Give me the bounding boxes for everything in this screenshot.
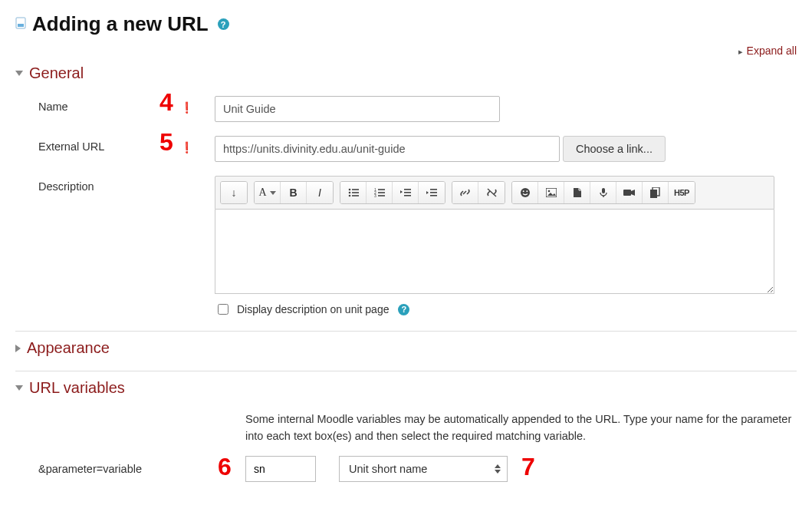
- select-arrows-icon: [495, 464, 501, 474]
- url-resource-icon: [15, 17, 26, 31]
- external-url-input[interactable]: [215, 136, 560, 162]
- svg-point-2: [348, 189, 350, 191]
- section-general-header[interactable]: General: [15, 64, 797, 82]
- section-url-variables-title: URL variables: [29, 379, 125, 397]
- caret-down-icon: [15, 385, 23, 391]
- svg-rect-7: [352, 195, 359, 196]
- outdent-icon[interactable]: [393, 182, 419, 203]
- display-description-checkbox[interactable]: [218, 304, 228, 315]
- font-style-icon[interactable]: A: [255, 182, 281, 203]
- svg-rect-33: [650, 190, 657, 198]
- svg-marker-28: [547, 193, 556, 196]
- svg-point-6: [348, 195, 350, 197]
- svg-point-23: [521, 188, 530, 197]
- caret-right-icon: [15, 345, 21, 352]
- svg-rect-13: [378, 195, 385, 196]
- link-icon[interactable]: [452, 182, 478, 203]
- choose-link-button[interactable]: Choose a link...: [563, 136, 666, 162]
- toolbar-toggle-icon[interactable]: ↓: [221, 182, 247, 203]
- name-input[interactable]: [215, 96, 500, 122]
- annotation-7: 7: [521, 453, 535, 481]
- svg-marker-14: [400, 190, 403, 193]
- description-label: Description: [15, 176, 180, 193]
- help-icon[interactable]: ?: [218, 18, 229, 30]
- svg-marker-18: [426, 191, 429, 194]
- svg-rect-31: [623, 190, 631, 196]
- number-list-icon[interactable]: 123: [367, 182, 393, 203]
- caret-down-icon: [15, 71, 23, 76]
- copy-icon[interactable]: [643, 182, 669, 203]
- unlink-icon[interactable]: [478, 182, 505, 203]
- svg-point-24: [522, 190, 524, 192]
- required-icon: ❗: [180, 101, 193, 114]
- name-label: Name: [15, 96, 180, 113]
- file-icon[interactable]: [564, 182, 590, 203]
- svg-rect-16: [404, 192, 411, 193]
- microphone-icon[interactable]: [590, 182, 616, 203]
- svg-rect-3: [352, 189, 359, 190]
- page-title: Adding a new URL: [32, 12, 209, 36]
- svg-point-4: [348, 192, 350, 194]
- required-icon: ❗: [180, 141, 193, 153]
- help-icon[interactable]: ?: [398, 304, 409, 315]
- bold-icon[interactable]: B: [281, 182, 307, 203]
- svg-point-25: [526, 190, 528, 192]
- section-divider: [15, 331, 797, 332]
- display-description-label: Display description on unit page: [237, 303, 389, 315]
- svg-rect-17: [404, 195, 411, 196]
- svg-rect-29: [602, 188, 605, 193]
- description-textarea[interactable]: [215, 210, 774, 294]
- svg-rect-19: [430, 189, 437, 190]
- svg-rect-21: [430, 195, 437, 196]
- indent-icon[interactable]: [419, 182, 445, 203]
- external-url-label: External URL: [15, 136, 180, 153]
- image-icon[interactable]: [538, 182, 564, 203]
- section-divider: [15, 371, 797, 371]
- svg-point-27: [547, 190, 550, 193]
- expand-all-link[interactable]: Expand all: [738, 45, 797, 57]
- svg-marker-32: [631, 190, 635, 196]
- svg-text:3: 3: [374, 193, 376, 197]
- section-appearance-header[interactable]: Appearance: [15, 339, 797, 357]
- svg-rect-5: [352, 192, 359, 193]
- svg-rect-20: [430, 192, 437, 193]
- url-variables-description: Some internal Moodle variables may be au…: [245, 411, 797, 445]
- description-editor[interactable]: ↓ A B I 123: [215, 176, 774, 294]
- svg-rect-1: [18, 24, 24, 27]
- section-general-title: General: [29, 64, 84, 82]
- italic-icon[interactable]: I: [307, 182, 333, 203]
- h5p-icon[interactable]: H5P: [669, 182, 695, 203]
- bullet-list-icon[interactable]: [340, 182, 367, 203]
- emoji-icon[interactable]: [512, 182, 538, 203]
- parameter-name-input[interactable]: [245, 456, 316, 482]
- svg-rect-15: [404, 189, 411, 190]
- svg-rect-9: [378, 189, 385, 190]
- parameter-variable-select[interactable]: Unit short name: [339, 456, 508, 482]
- annotation-6: 6: [218, 453, 232, 481]
- parameter-variable-value: Unit short name: [349, 463, 427, 475]
- section-url-variables-header[interactable]: URL variables: [15, 379, 797, 397]
- svg-rect-26: [546, 188, 557, 197]
- video-icon[interactable]: [616, 182, 643, 203]
- section-appearance-title: Appearance: [27, 339, 110, 357]
- svg-rect-11: [378, 192, 385, 193]
- parameter-label: &parameter=variable: [15, 463, 180, 475]
